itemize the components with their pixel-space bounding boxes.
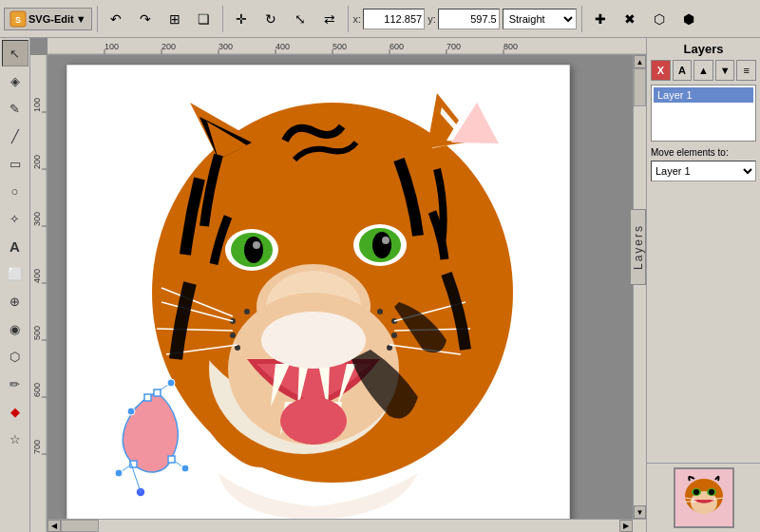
x-input[interactable]: [363, 9, 425, 29]
toolbox: ↖ ◈ ✎ ╱ ▭ ○ ⟡ A ⬜ ⊕ ◉ ⬡ ✏ ◆ ☆: [0, 38, 30, 532]
svg-text:800: 800: [504, 42, 518, 51]
toolbar-btn-3[interactable]: ⊞: [162, 6, 188, 32]
ruler-left-svg: 100 200 300 400 500 600 700: [30, 55, 48, 532]
toolbar-scale-tool[interactable]: ⤡: [287, 6, 314, 32]
toolbar-add-node[interactable]: ✚: [587, 6, 614, 32]
svg-text:500: 500: [332, 42, 347, 51]
layers-menu-icon: ≡: [743, 65, 749, 76]
layer-item[interactable]: Layer 1: [654, 87, 753, 103]
tool-rect[interactable]: ▭: [2, 150, 28, 177]
add-layer-btn[interactable]: A: [673, 60, 693, 81]
y-input[interactable]: [438, 9, 500, 29]
svg-point-69: [280, 397, 347, 445]
tool-image[interactable]: ⬜: [2, 260, 28, 287]
main-area: ↖ ◈ ✎ ╱ ▭ ○ ⟡ A ⬜ ⊕ ◉ ⬡ ✏ ◆ ☆ 100 200 30…: [0, 38, 760, 532]
tool-line[interactable]: ╱: [2, 123, 28, 149]
tool-path[interactable]: ⟡: [2, 205, 28, 232]
toolbar-flip-tool[interactable]: ⇄: [316, 6, 343, 32]
layers-panel: Layers X A ▲ ▼ ≡ L: [647, 38, 760, 463]
svg-point-107: [709, 489, 714, 495]
tool-pencil[interactable]: ✎: [2, 95, 28, 122]
thumbnail-area: [647, 463, 760, 532]
layers-tab-label: Layers: [632, 224, 645, 270]
toolbar-separator-2: [222, 6, 223, 32]
toolbar-btn-4[interactable]: ❏: [191, 6, 218, 32]
svg-text:300: 300: [218, 42, 233, 51]
move-down-icon: ▼: [720, 65, 731, 76]
layer-name: Layer 1: [657, 89, 693, 101]
tool-text[interactable]: A: [2, 233, 28, 259]
svg-text:200: 200: [32, 155, 42, 169]
x-coord-group: x:: [353, 9, 426, 29]
tool-node-edit[interactable]: ◈: [2, 67, 28, 94]
ruler-top: 100 200 300 400 500 600 700 800: [48, 38, 646, 55]
x-label: x:: [353, 13, 362, 25]
tool-shape[interactable]: ⬡: [2, 343, 28, 370]
svg-point-53: [253, 241, 260, 249]
tool-star[interactable]: ☆: [2, 426, 28, 452]
svg-text:500: 500: [32, 326, 42, 340]
layer-thumbnail: [674, 467, 734, 528]
layers-side-tab[interactable]: Layers: [631, 209, 646, 285]
svg-point-77: [377, 309, 383, 314]
move-layer-up-btn[interactable]: ▲: [694, 60, 713, 81]
move-up-icon: ▲: [698, 65, 709, 76]
toolbar-separator-4: [581, 6, 582, 32]
toolbar-btn-2[interactable]: ↷: [132, 6, 159, 32]
tool-fill[interactable]: ◆: [2, 398, 28, 425]
tool-ellipse[interactable]: ○: [2, 178, 28, 204]
svg-point-57: [373, 238, 383, 246]
toolbar-node-opts2[interactable]: ⬢: [675, 6, 702, 32]
svg-point-106: [694, 489, 699, 495]
svg-text:S: S: [15, 15, 21, 25]
svg-point-71: [230, 332, 236, 338]
canvas-area[interactable]: 100 200 300 400 500 600 700 800: [30, 38, 646, 532]
svg-text:400: 400: [276, 42, 290, 51]
delete-layer-btn[interactable]: X: [651, 60, 671, 81]
move-layer-down-btn[interactable]: ▼: [715, 60, 735, 81]
toolbar-rotate-tool[interactable]: ↻: [257, 6, 284, 32]
y-coord-group: y:: [428, 9, 500, 29]
tool-eyedropper[interactable]: ◉: [2, 315, 28, 342]
app-logo[interactable]: S SVG-Edit ▼: [4, 8, 92, 30]
toolbar-move-tool[interactable]: ✛: [228, 6, 255, 32]
vertical-scrollbar[interactable]: ▲ ▼: [633, 55, 646, 519]
delete-layer-icon: X: [657, 65, 664, 76]
tool-pencil2[interactable]: ✏: [2, 370, 28, 397]
svg-text:100: 100: [104, 42, 119, 51]
toolbar-node-opts1[interactable]: ⬡: [646, 6, 673, 32]
svg-edit-icon: S: [10, 10, 27, 28]
tool-select[interactable]: ↖: [2, 40, 28, 66]
ruler-top-svg: 100 200 300 400 500 600 700 800: [48, 38, 646, 55]
svg-point-58: [382, 237, 390, 244]
move-elements-select[interactable]: Layer 1: [651, 161, 756, 181]
horizontal-scrollbar[interactable]: ◀ ▶: [48, 519, 646, 532]
right-panel: Layers X A ▲ ▼ ≡ L: [646, 38, 760, 532]
toolbar-separator-1: [97, 6, 98, 32]
canvas-viewport[interactable]: [48, 55, 646, 532]
y-label: y:: [428, 13, 436, 25]
ruler-left: 100 200 300 400 500 600 700: [30, 55, 48, 532]
main-toolbar: S SVG-Edit ▼ ↶ ↷ ⊞ ❏ ✛ ↻ ⤡ ⇄ x: y: Strai…: [0, 0, 760, 38]
svg-text:100: 100: [32, 98, 42, 112]
svg-text:400: 400: [32, 269, 42, 283]
toolbar-btn-1[interactable]: ↶: [103, 6, 129, 32]
svg-rect-20: [30, 55, 48, 532]
svg-point-73: [244, 309, 250, 314]
app-logo-arrow: ▼: [76, 13, 86, 25]
svg-point-75: [391, 332, 397, 338]
toolbar-del-node[interactable]: ✖: [617, 6, 643, 32]
path-type-dropdown[interactable]: Straight Curve Symmetric: [503, 9, 577, 29]
svg-text:600: 600: [390, 42, 404, 51]
thumbnail-svg: [675, 469, 732, 526]
toolbar-separator-3: [348, 6, 349, 32]
svg-text:200: 200: [162, 42, 176, 51]
svg-text:700: 700: [32, 440, 42, 454]
move-elements-label: Move elements to:: [651, 147, 756, 158]
layers-menu-btn[interactable]: ≡: [736, 60, 756, 81]
layers-toolbar: X A ▲ ▼ ≡: [651, 60, 756, 81]
add-layer-icon: A: [678, 65, 686, 76]
svg-text:700: 700: [446, 42, 461, 51]
tool-zoom[interactable]: ⊕: [2, 288, 28, 314]
svg-text:300: 300: [32, 212, 42, 226]
